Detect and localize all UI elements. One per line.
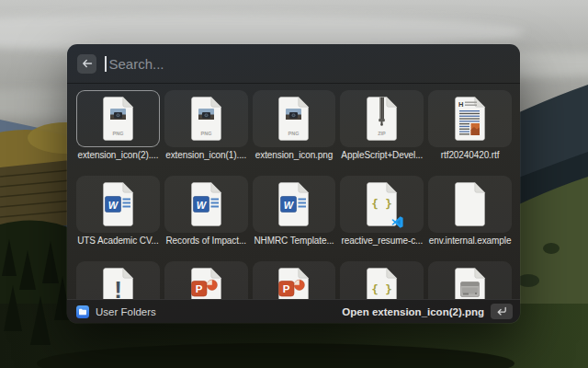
result-cell: env.internal.example (428, 176, 512, 249)
blank-file-icon (451, 182, 489, 226)
disk-file-icon (451, 268, 489, 299)
result-cell: P (253, 261, 336, 299)
file-label: extension_icon(2).... (76, 150, 160, 160)
result-cell: WUTS Academic CV... (76, 176, 160, 249)
file-result-ppt-11[interactable]: P (164, 261, 248, 299)
result-cell: WNHMRC Template... (253, 176, 336, 249)
footer-bar: User Folders Open extension_icon(2).png (67, 299, 520, 323)
file-result-rtf20240420-rtf[interactable]: H (428, 90, 512, 147)
source-label: User Folders (96, 306, 156, 317)
result-cell: PNGextension_icon(1).... (164, 90, 248, 164)
json-file-icon: { } (363, 182, 401, 226)
result-cell: { } (340, 261, 424, 299)
svg-text:{ }: { } (371, 282, 392, 296)
svg-text:{ }: { } (371, 197, 392, 211)
result-cell: PNGextension_icon(2).... (76, 90, 160, 164)
result-cell: PNGextension_icon.png (253, 90, 336, 164)
file-label: extension_icon(1).... (164, 150, 248, 160)
file-result-nhmrc-template[interactable]: W (253, 176, 336, 233)
svg-text:W: W (284, 200, 295, 211)
svg-text:W: W (196, 200, 207, 211)
file-result-env-internal-example[interactable] (428, 176, 512, 233)
file-result-reactive-resume-c[interactable]: { } (340, 176, 424, 233)
file-result-json-13[interactable]: { } (340, 261, 424, 299)
text-caret (105, 56, 107, 72)
file-label: UTS Academic CV... (76, 236, 160, 246)
result-cell: WRecords of Impact... (164, 176, 248, 249)
svg-text:PNG: PNG (200, 131, 211, 136)
search-input[interactable] (109, 56, 511, 72)
return-key-icon[interactable] (491, 304, 513, 319)
vscode-badge-icon (391, 216, 403, 228)
file-label: AppleScript+Devel... (340, 150, 424, 160)
ppt-file-icon: P (187, 268, 225, 299)
file-result-extension-icon-png[interactable]: PNG (253, 90, 336, 147)
result-cell: Hrtf20240420.rtf (428, 90, 512, 164)
word-file-icon: W (99, 182, 137, 226)
user-folders-icon (76, 305, 89, 318)
file-result-applescript-devel[interactable]: ZIP (340, 90, 424, 147)
file-result-disk-14[interactable] (428, 261, 512, 299)
file-label: NHMRC Template... (253, 236, 336, 246)
arrow-left-icon (82, 58, 93, 69)
file-result-uts-academic-cv[interactable]: W (76, 176, 160, 233)
file-label: rtf20240420.rtf (428, 150, 512, 160)
svg-text:P: P (196, 283, 203, 294)
file-result-extension-icon-2[interactable]: PNG (76, 90, 160, 147)
svg-text:PNG: PNG (288, 131, 300, 136)
result-cell (428, 261, 512, 299)
file-result-extension-icon-1[interactable]: PNG (164, 90, 248, 147)
primary-action-label: Open extension_icon(2).png (342, 306, 484, 317)
file-result-ppt-12[interactable]: P (253, 261, 336, 299)
svg-text:W: W (108, 200, 119, 211)
word-file-icon: W (187, 182, 225, 226)
search-launcher-window: PNGextension_icon(2)....PNGextension_ico… (67, 44, 520, 323)
file-label: Records of Impact... (164, 236, 248, 246)
results-grid: PNGextension_icon(2)....PNGextension_ico… (67, 85, 520, 299)
file-result-alert-10[interactable]: ! (76, 261, 160, 299)
json-file-icon: { } (363, 268, 401, 299)
zip-file-icon: ZIP (363, 97, 401, 141)
rtf-file-icon: H (451, 97, 489, 141)
file-label: extension_icon.png (253, 150, 336, 160)
svg-text:ZIP: ZIP (379, 131, 387, 136)
word-file-icon: W (275, 182, 312, 226)
result-cell: ZIPAppleScript+Devel... (340, 90, 424, 164)
search-bar (67, 44, 520, 84)
result-cell: P (164, 261, 248, 299)
ppt-file-icon: P (275, 268, 312, 299)
png-file-icon: PNG (187, 97, 225, 141)
png-file-icon: PNG (99, 97, 137, 141)
file-label: env.internal.example (428, 236, 512, 246)
png-file-icon: PNG (275, 97, 312, 141)
alert-file-icon: ! (99, 268, 137, 299)
file-label: reactive_resume-c... (340, 236, 424, 246)
svg-text:PNG: PNG (112, 131, 123, 136)
svg-text:P: P (283, 283, 290, 294)
result-cell: { }reactive_resume-c... (340, 176, 424, 249)
result-cell: ! (76, 261, 160, 299)
file-result-records-of-impact[interactable]: W (164, 176, 248, 233)
back-button[interactable] (77, 54, 96, 74)
svg-text:H: H (458, 100, 463, 109)
svg-text:!: ! (114, 276, 122, 299)
